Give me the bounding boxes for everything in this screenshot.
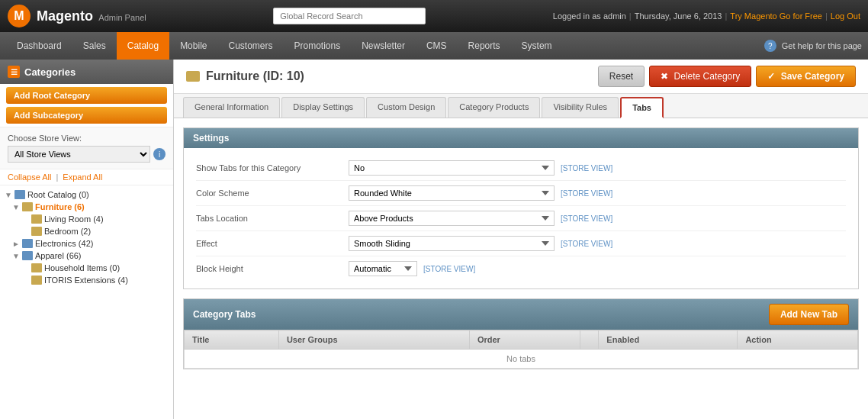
tabs-location-store-view[interactable]: [STORE VIEW]: [561, 214, 612, 223]
separator: |: [56, 172, 58, 182]
navbar: Dashboard Sales Catalog Mobile Customers…: [0, 32, 868, 60]
nav-newsletter[interactable]: Newsletter: [351, 32, 416, 60]
color-scheme-store-view[interactable]: [STORE VIEW]: [561, 189, 612, 198]
effect-select[interactable]: Smooth Sliding Fade None: [349, 236, 555, 251]
tree-furniture[interactable]: ▼ Furniture (6): [0, 201, 173, 213]
nav-system[interactable]: System: [511, 32, 563, 60]
content-actions: Reset ✖ Delete Category ✓ Save Category: [598, 66, 856, 87]
save-label: Save Category: [781, 71, 844, 82]
sidebar-title: ☰ Categories: [0, 60, 173, 84]
nav-items: Dashboard Sales Catalog Mobile Customers…: [6, 32, 563, 60]
no-data-cell: No tabs: [185, 350, 858, 369]
logo-text: Magento: [37, 8, 93, 24]
folder-icon: [31, 227, 42, 236]
add-root-category-button[interactable]: Add Root Category: [6, 87, 167, 104]
magento-logo: M: [8, 5, 31, 27]
delete-label: Delete Category: [674, 71, 741, 82]
show-tabs-label: Show Tabs for this Category: [196, 163, 349, 172]
expand-all-link[interactable]: Expand All: [63, 172, 102, 182]
store-view-select[interactable]: All Store Views: [8, 146, 150, 163]
tree-toggle: [21, 215, 29, 224]
settings-section-header: Settings: [184, 128, 858, 148]
add-subcategory-button[interactable]: Add Subcategory: [6, 107, 167, 124]
block-height-label: Block Height: [196, 264, 349, 273]
help-link[interactable]: ? Get help for this page: [764, 40, 862, 52]
color-scheme-label: Color Scheme: [196, 189, 349, 198]
store-view-label: Choose Store View:: [8, 134, 166, 143]
nav-catalog[interactable]: Catalog: [117, 32, 169, 60]
main-layout: ☰ Categories Add Root Category Add Subca…: [0, 60, 868, 419]
category-tabs-table-wrapper: Title User Groups Order Enabled Action N…: [184, 330, 858, 369]
tree-toggle: [21, 276, 29, 285]
logo-sub: Admin Panel: [98, 13, 146, 22]
tree-item-label: Household Items (0): [44, 263, 120, 272]
settings-section-body: Show Tabs for this Category No Yes [STOR…: [184, 148, 858, 288]
tab-tabs[interactable]: Tabs: [620, 97, 664, 118]
show-tabs-store-view[interactable]: [STORE VIEW]: [561, 164, 612, 172]
try-link[interactable]: Try Magento Go for Free: [730, 11, 822, 21]
tab-custom-design[interactable]: Custom Design: [366, 97, 446, 118]
nav-reports[interactable]: Reports: [458, 32, 511, 60]
tab-category-products[interactable]: Category Products: [448, 97, 540, 118]
color-scheme-control: Rounded White Rounded Dark Flat White Fl…: [349, 185, 612, 201]
block-height-store-view[interactable]: [STORE VIEW]: [423, 265, 475, 273]
tabs-location-select[interactable]: Above Products Below Products: [349, 211, 555, 226]
nav-promotions[interactable]: Promotions: [284, 32, 352, 60]
reset-button[interactable]: Reset: [598, 66, 645, 87]
effect-store-view[interactable]: [STORE VIEW]: [561, 240, 612, 248]
nav-mobile[interactable]: Mobile: [169, 32, 217, 60]
col-enabled: Enabled: [599, 330, 738, 350]
nav-cms[interactable]: CMS: [416, 32, 458, 60]
tree-itoris[interactable]: ITORIS Extensions (4): [0, 274, 173, 286]
tree-apparel[interactable]: ▼ Apparel (66): [0, 250, 173, 262]
tab-visibility-rules[interactable]: Visibility Rules: [542, 97, 619, 118]
store-view-info-icon[interactable]: i: [153, 148, 166, 160]
no-data-row: No tabs: [185, 350, 858, 369]
show-tabs-control: No Yes [STORE VIEW]: [349, 160, 612, 176]
content-header: Furniture (ID: 10) Reset ✖ Delete Catego…: [174, 60, 868, 94]
col-title: Title: [185, 330, 279, 350]
tree-item-label: Apparel (66): [35, 251, 82, 260]
tree-electronics[interactable]: ► Electronics (42): [0, 237, 173, 250]
block-height-select[interactable]: Automatic Fixed: [349, 261, 417, 276]
content-area: Furniture (ID: 10) Reset ✖ Delete Catego…: [174, 60, 868, 419]
color-scheme-select[interactable]: Rounded White Rounded Dark Flat White Fl…: [349, 185, 555, 201]
tree-bedroom[interactable]: Bedroom (2): [0, 225, 173, 237]
tree-household[interactable]: Household Items (0): [0, 262, 173, 274]
nav-dashboard[interactable]: Dashboard: [6, 32, 72, 60]
show-tabs-select[interactable]: No Yes: [349, 160, 555, 176]
sidebar: ☰ Categories Add Root Category Add Subca…: [0, 60, 174, 419]
tab-display-settings[interactable]: Display Settings: [281, 97, 365, 118]
header: M Magento Admin Panel Logged in as admin…: [0, 0, 868, 32]
add-new-tab-button[interactable]: Add New Tab: [769, 304, 849, 325]
logout-link[interactable]: Log Out: [831, 11, 860, 21]
nav-sales[interactable]: Sales: [72, 32, 117, 60]
title-folder-icon: [186, 71, 200, 82]
tabs-location-row: Tabs Location Above Products Below Produ…: [196, 206, 846, 231]
settings-title: Settings: [193, 133, 229, 143]
header-date: Thursday, June 6, 2013: [635, 11, 722, 21]
header-right: Logged in as admin | Thursday, June 6, 2…: [553, 11, 860, 21]
tabs-location-control: Above Products Below Products [STORE VIE…: [349, 211, 612, 226]
folder-icon: [31, 263, 42, 272]
effect-control: Smooth Sliding Fade None [STORE VIEW]: [349, 236, 612, 251]
folder-icon: [22, 251, 33, 260]
save-category-button[interactable]: ✓ Save Category: [756, 66, 856, 87]
folder-icon: [22, 202, 33, 211]
tree-toggle: ▼: [12, 203, 20, 211]
effect-label: Effect: [196, 239, 349, 248]
add-sub-label: Add Subcategory: [14, 111, 83, 120]
tree-living-room[interactable]: Living Room (4): [0, 213, 173, 225]
help-icon: ?: [764, 40, 776, 52]
search-input[interactable]: [273, 8, 426, 24]
nav-customers[interactable]: Customers: [217, 32, 283, 60]
tree-root-catalog[interactable]: ▼ Root Catalog (0): [0, 189, 173, 201]
folder-icon: [22, 239, 33, 248]
collapse-all-link[interactable]: Collapse All: [8, 172, 51, 182]
tree-item-label: Living Room (4): [44, 214, 104, 224]
col-user-groups: User Groups: [278, 330, 469, 350]
collapse-expand: Collapse All | Expand All: [0, 169, 173, 185]
tab-general-information[interactable]: General Information: [183, 97, 280, 118]
delete-category-button[interactable]: ✖ Delete Category: [649, 66, 751, 87]
category-tabs-header: Category Tabs Add New Tab: [184, 299, 858, 330]
